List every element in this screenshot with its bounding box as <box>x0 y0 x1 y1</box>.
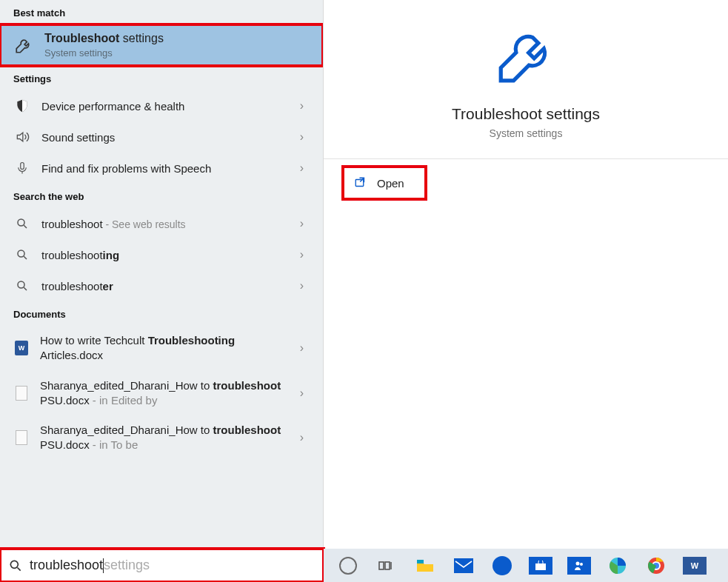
svg-rect-0 <box>21 163 24 170</box>
folder-icon <box>415 558 435 573</box>
taskbar-edge[interactable] <box>601 552 635 579</box>
chevron-right-icon: › <box>300 161 304 175</box>
chevron-right-icon: › <box>300 279 304 292</box>
best-match-item[interactable]: Troubleshoot settings System settings <box>0 24 323 66</box>
web-item-label: troubleshooting <box>41 249 300 261</box>
open-label: Open <box>377 177 404 190</box>
edge-icon <box>608 556 627 575</box>
wrench-icon <box>13 35 34 56</box>
accounts-icon <box>567 557 591 575</box>
taskbar-dell[interactable] <box>485 552 519 579</box>
taskview-icon <box>378 558 395 573</box>
web-item[interactable]: troubleshooter › <box>0 270 323 301</box>
search-icon <box>13 246 31 264</box>
web-item-label: troubleshoot - See web results <box>41 218 300 230</box>
document-title: Sharanya_edited_Dharani_How to troublesh… <box>40 423 300 453</box>
taskbar-explorer[interactable] <box>408 552 442 579</box>
svg-rect-6 <box>379 562 384 569</box>
chevron-right-icon: › <box>300 130 304 144</box>
preview-pane: Troubleshoot settings System settings Op… <box>324 0 728 549</box>
preview-title: Troubleshoot settings <box>452 105 600 123</box>
cortana-icon <box>339 557 357 575</box>
web-item[interactable]: troubleshooting › <box>0 239 323 270</box>
search-suggestion-ghost: settings <box>104 558 150 573</box>
word-icon: W <box>683 557 707 575</box>
document-title: How to write Techcult Troubleshooting Ar… <box>40 333 300 364</box>
store-icon <box>529 557 552 575</box>
search-icon <box>13 215 31 233</box>
settings-item-label: Sound settings <box>41 131 300 144</box>
settings-item-label: Find and fix problems with Speech <box>41 162 300 175</box>
search-typed-text: troubleshoot <box>30 558 103 573</box>
shield-icon <box>13 97 31 115</box>
svg-point-3 <box>18 281 24 288</box>
speaker-icon <box>13 128 31 146</box>
settings-item-label: Device performance & health <box>41 100 300 113</box>
section-search-web: Search the web <box>0 184 323 208</box>
chevron-right-icon: › <box>300 387 304 400</box>
svg-rect-8 <box>417 560 424 563</box>
file-icon <box>13 429 30 446</box>
wrench-icon <box>492 22 559 89</box>
settings-item-speech[interactable]: Find and fix problems with Speech › <box>0 153 323 184</box>
settings-item-device-health[interactable]: Device performance & health › <box>0 90 323 121</box>
svg-point-11 <box>576 561 580 565</box>
taskbar-cortana[interactable] <box>331 552 365 579</box>
best-match-subtitle: System settings <box>44 47 164 58</box>
search-icon <box>13 277 31 295</box>
taskbar-store[interactable] <box>524 552 558 579</box>
svg-rect-7 <box>385 562 390 569</box>
taskbar-mail[interactable] <box>447 552 481 579</box>
svg-point-5 <box>10 561 18 568</box>
results-pane: Best match Troubleshoot settings System … <box>0 0 324 549</box>
svg-point-1 <box>18 219 24 226</box>
search-icon <box>7 558 24 574</box>
word-doc-icon: W <box>13 340 30 356</box>
search-input[interactable]: troubleshoot settings <box>0 549 324 582</box>
taskbar-taskview[interactable] <box>370 552 404 579</box>
document-item[interactable]: W How to write Techcult Troubleshooting … <box>0 326 323 371</box>
taskbar-word[interactable]: W <box>678 552 712 579</box>
section-best-match: Best match <box>0 0 323 24</box>
svg-rect-10 <box>535 563 546 570</box>
chevron-right-icon: › <box>300 341 304 355</box>
web-item-label: troubleshooter <box>41 280 300 292</box>
document-item[interactable]: Sharanya_edited_Dharani_How to troublesh… <box>0 415 323 461</box>
dell-icon <box>492 556 512 575</box>
web-item[interactable]: troubleshoot - See web results › <box>0 208 323 239</box>
microphone-icon <box>13 159 31 177</box>
taskbar: W <box>324 549 728 582</box>
chevron-right-icon: › <box>300 99 304 113</box>
file-icon <box>13 385 30 401</box>
chrome-icon <box>647 556 666 575</box>
mail-icon <box>454 558 473 573</box>
open-button[interactable]: Open <box>344 168 424 198</box>
settings-item-sound[interactable]: Sound settings › <box>0 121 323 153</box>
best-match-title: Troubleshoot settings <box>44 32 164 45</box>
open-icon <box>353 175 368 190</box>
svg-rect-9 <box>454 558 473 573</box>
svg-point-2 <box>18 250 24 257</box>
document-item[interactable]: Sharanya_edited_Dharani_How to troublesh… <box>0 371 323 416</box>
preview-subtitle: System settings <box>490 127 563 139</box>
document-title: Sharanya_edited_Dharani_How to troublesh… <box>40 378 300 409</box>
chevron-right-icon: › <box>300 248 304 261</box>
svg-rect-4 <box>355 180 364 187</box>
taskbar-accounts[interactable] <box>562 552 596 579</box>
chevron-right-icon: › <box>300 217 304 230</box>
chevron-right-icon: › <box>300 431 304 444</box>
taskbar-chrome[interactable] <box>639 552 673 579</box>
section-documents: Documents <box>0 301 323 326</box>
section-settings: Settings <box>0 66 323 90</box>
svg-point-12 <box>580 563 583 566</box>
